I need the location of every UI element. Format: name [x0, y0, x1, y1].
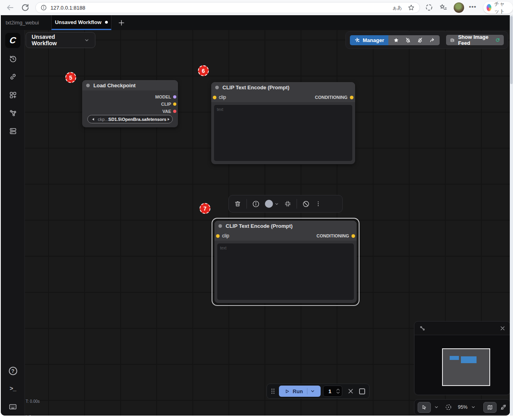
manager-label: Manager	[363, 37, 384, 43]
more-options-icon[interactable]	[315, 201, 321, 207]
workflow-selector[interactable]: Unsaved Workflow	[26, 32, 95, 48]
run-options-chevron-icon[interactable]	[310, 389, 315, 394]
batch-count-value: 1	[323, 388, 336, 394]
step-down-icon[interactable]	[336, 392, 340, 394]
terminal-logs-icon[interactable]: >_	[1, 381, 25, 396]
left-sidebar: C ? >_	[1, 30, 25, 416]
combo-next-icon[interactable]	[166, 117, 170, 121]
favorite-star-icon[interactable]	[408, 4, 415, 11]
back-icon[interactable]	[6, 3, 14, 12]
profile-avatar[interactable]	[454, 2, 464, 13]
comfyui-logo[interactable]: C	[5, 33, 20, 48]
share-arrow-icon[interactable]	[426, 35, 438, 45]
fit-view-icon[interactable]	[445, 404, 452, 411]
conditioning-output-dot[interactable]	[350, 96, 353, 99]
clear-queue-icon[interactable]	[347, 388, 354, 394]
scrollbar-thumb[interactable]	[510, 16, 513, 84]
drag-handle-icon[interactable]	[271, 388, 275, 394]
minimap-nodes-icon	[419, 325, 426, 332]
favorites-bar-icon[interactable]	[439, 3, 448, 12]
ime-indicator[interactable]: ぁあ	[392, 4, 402, 11]
browser-scrollbar[interactable]	[510, 15, 513, 416]
show-image-feed-label: Show Image Feed	[458, 34, 492, 46]
toggle-links-icon[interactable]	[500, 404, 507, 411]
bypass-node-icon[interactable]	[302, 200, 310, 208]
extensions-icon[interactable]	[425, 3, 434, 12]
clip-slot-dot[interactable]	[173, 102, 176, 106]
clip-text-encode-node-1[interactable]: CLIP Text Encode (Prompt) clip CONDITION…	[211, 82, 355, 164]
address-bar[interactable]: 127.0.0.1:8188 ぁあ	[35, 2, 420, 13]
minimap-viewport[interactable]	[442, 348, 490, 386]
tab-unsaved-workflow[interactable]: Unsaved Workflow	[51, 15, 111, 30]
zoom-level[interactable]: 95%	[458, 404, 467, 410]
bell-slash-icon-2[interactable]	[414, 35, 426, 45]
node-selection-toolbar	[228, 195, 343, 213]
node-color-picker[interactable]	[265, 200, 279, 208]
clip-input-dot[interactable]	[213, 96, 216, 99]
node-info-icon[interactable]	[252, 200, 260, 208]
tool-chevron-icon[interactable]	[434, 405, 439, 410]
node-header: CLIP Text Encode (Prompt)	[214, 221, 357, 231]
minimap-node-rect	[450, 356, 459, 360]
conditioning-output-dot[interactable]	[351, 234, 355, 238]
url-text[interactable]: 127.0.0.1:8188	[50, 5, 392, 11]
chat-label: チャット	[494, 0, 508, 15]
prompt-textarea[interactable]	[217, 243, 354, 300]
batch-count-steppers	[336, 388, 342, 394]
run-button[interactable]: Run	[279, 386, 321, 397]
puzzle-icon	[354, 37, 360, 43]
bell-slash-icon[interactable]	[402, 35, 414, 45]
model-library-icon[interactable]	[1, 105, 25, 121]
minimap-toggle-button[interactable]	[483, 402, 497, 413]
vae-slot-dot[interactable]	[173, 110, 176, 113]
collapse-dot[interactable]	[218, 224, 222, 228]
graph-canvas[interactable]: Unsaved Workflow Manager	[25, 30, 510, 416]
site-info-icon[interactable]	[40, 4, 47, 11]
node-library-icon[interactable]	[1, 87, 25, 102]
zoom-chevron-icon[interactable]	[471, 405, 476, 410]
combo-prev-icon[interactable]	[91, 117, 95, 121]
workflow-tab-bar: txt2img_webui Unsaved Workflow	[1, 15, 510, 30]
star-icon[interactable]	[390, 35, 402, 45]
play-icon	[285, 389, 290, 394]
workflows-icon[interactable]	[1, 123, 25, 139]
collapse-node-icon[interactable]	[284, 200, 291, 207]
prompt-textarea[interactable]	[214, 105, 352, 161]
clip-text-encode-node-2[interactable]: CLIP Text Encode (Prompt) clip CONDITION…	[214, 221, 357, 303]
copilot-icon	[487, 4, 491, 11]
clip-input-dot[interactable]	[216, 234, 220, 238]
browser-menu-icon[interactable]: •••	[469, 3, 477, 10]
io-row: clip CONDITIONING	[211, 92, 355, 102]
manager-button[interactable]: Manager	[350, 35, 388, 45]
reload-icon[interactable]	[21, 3, 30, 12]
model-slot-dot[interactable]	[173, 95, 176, 98]
view-control-bar: 95%	[414, 399, 510, 415]
minimap-close-icon[interactable]	[500, 326, 505, 331]
step-up-icon[interactable]	[336, 388, 340, 391]
load-checkpoint-node[interactable]: Load Checkpoint MODEL CLIP VAE ckp... SD…	[82, 80, 178, 127]
delete-node-icon[interactable]	[234, 200, 241, 207]
chevron-down-icon	[275, 202, 279, 206]
annotation-badge-5: 5	[65, 72, 76, 83]
minimap-canvas[interactable]	[415, 336, 510, 394]
batch-count-input[interactable]: 1	[323, 386, 342, 397]
show-image-feed-button[interactable]: Show Image Feed	[446, 35, 504, 45]
queue-history-icon[interactable]	[1, 51, 25, 66]
collapse-dot[interactable]	[215, 86, 219, 89]
annotation-badge-6: 6	[198, 65, 209, 76]
tab-txt2img-webui[interactable]: txt2img_webui	[6, 15, 39, 30]
keyboard-shortcuts-icon[interactable]	[1, 399, 25, 414]
output-vae: VAE	[82, 108, 178, 115]
help-icon[interactable]: ?	[1, 363, 25, 378]
new-workflow-tab-button[interactable]	[115, 17, 127, 29]
pointer-tool-button[interactable]	[418, 402, 431, 413]
manager-icon-strip	[388, 35, 440, 45]
node-title: CLIP Text Encode (Prompt)	[226, 223, 293, 229]
copilot-chat-button[interactable]: チャット	[483, 2, 513, 14]
ckpt-name-combo[interactable]: ckp... SD1.5\OpenBra.safetensors	[87, 115, 173, 123]
minimap-panel	[414, 321, 510, 395]
collapse-dot[interactable]	[86, 84, 90, 87]
run-control-bar: Run 1	[267, 384, 370, 399]
node-link-icon[interactable]	[1, 69, 25, 84]
stop-icon[interactable]	[359, 388, 365, 394]
